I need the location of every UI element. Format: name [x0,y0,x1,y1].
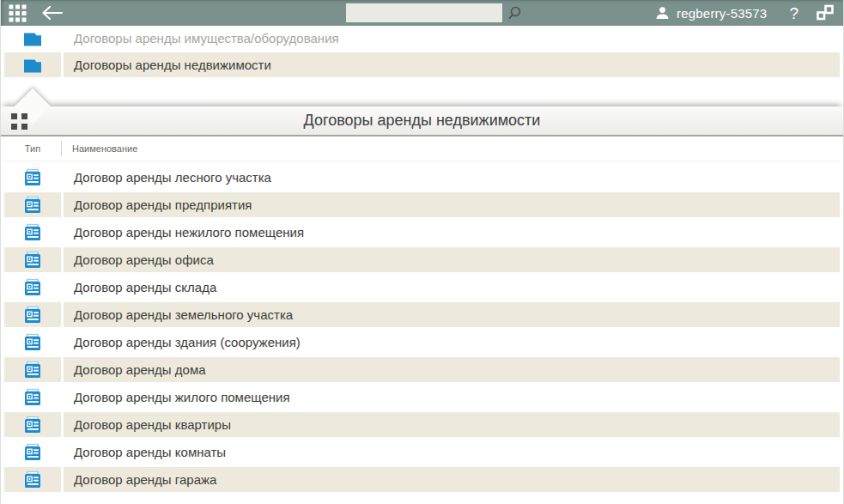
template-name: Договор аренды квартиры [64,412,840,437]
search-input[interactable] [346,3,507,22]
app-grid-icon [9,4,27,22]
folder-row-real-estate[interactable]: Договоры аренды недвижимости [4,52,840,77]
template-list: Договор аренды лесного участка Договор а… [1,161,843,492]
restore-window-icon [816,4,835,21]
column-header-type: Тип [4,143,61,154]
view-toggle-button[interactable] [11,113,27,130]
search-icon [507,6,522,21]
contract-document-icon [23,416,42,434]
table-row[interactable]: Договор аренды офиса [4,247,840,272]
table-row[interactable]: Договор аренды лесного участка [4,165,840,190]
table-row[interactable]: Договор аренды квартиры [4,412,840,437]
table-row[interactable]: Договор аренды предприятия [4,192,840,217]
contract-document-icon [23,306,42,325]
contract-document-icon [23,278,42,297]
template-name: Договор аренды склада [64,275,840,300]
grid-view-icon [11,113,17,119]
spacer-band [1,79,843,106]
table-row[interactable]: Договор аренды нежилого помещения [4,220,840,245]
folder-name: Договоры аренды имущества/оборудования [64,26,840,51]
help-button[interactable]: ? [789,5,798,21]
template-name: Договор аренды предприятия [64,192,840,217]
folder-row-property-equipment[interactable]: Договоры аренды имущества/оборудования [4,26,840,51]
window-mode-button[interactable] [816,4,835,21]
contract-document-icon [23,443,42,462]
table-row[interactable]: Договор аренды комнаты [4,440,840,465]
template-name: Договор аренды гаража [64,467,840,492]
user-icon [655,6,670,21]
section-title-bar: Договоры аренды недвижимости [1,106,843,137]
template-name: Договор аренды лесного участка [64,165,840,190]
app-window: regberry-53573 ? Договоры аренды имущест… [0,0,844,504]
table-row[interactable]: Договор аренды земельного участка [4,302,840,327]
contract-document-icon [23,361,42,380]
template-name: Договор аренды земельного участка [64,302,840,327]
table-row[interactable]: Договор аренды гаража [4,467,840,492]
contract-document-icon [23,333,42,352]
column-header-name: Наименование [62,143,840,154]
page-title: Договоры аренды недвижимости [304,112,541,130]
user-menu[interactable]: regberry-53573 [655,6,767,21]
username-label: regberry-53573 [677,6,767,21]
table-row[interactable]: Договор аренды дома [4,357,840,382]
search-button[interactable] [507,3,522,22]
contract-document-icon [23,223,42,242]
back-button[interactable] [33,0,70,26]
template-name: Договор аренды комнаты [64,440,840,465]
contract-document-icon [23,471,42,489]
table-row[interactable]: Договор аренды здания (сооружения) [4,330,840,355]
template-name: Договор аренды офиса [64,247,840,272]
top-bar: regberry-53573 ? [1,0,843,26]
contract-document-icon [23,168,42,187]
app-grid-button[interactable] [1,0,33,26]
template-name: Договор аренды жилого помещения [64,385,840,410]
folder-list: Договоры аренды имущества/оборудования Д… [1,26,843,77]
folder-name: Договоры аренды недвижимости [64,52,840,77]
topbar-right-cluster: regberry-53573 ? [655,0,835,26]
table-header: Тип Наименование [4,137,840,161]
template-name: Договор аренды дома [64,357,840,382]
folder-icon [22,57,43,74]
contract-document-icon [23,251,42,270]
contract-document-icon [23,196,42,215]
search-box [346,3,502,22]
table-row[interactable]: Договор аренды склада [4,275,840,300]
folder-icon [22,30,43,47]
template-name: Договор аренды нежилого помещения [64,220,840,245]
contract-document-icon [23,388,42,407]
back-arrow-icon [39,5,64,21]
table-row[interactable]: Договор аренды жилого помещения [4,385,840,410]
template-name: Договор аренды здания (сооружения) [64,330,840,355]
